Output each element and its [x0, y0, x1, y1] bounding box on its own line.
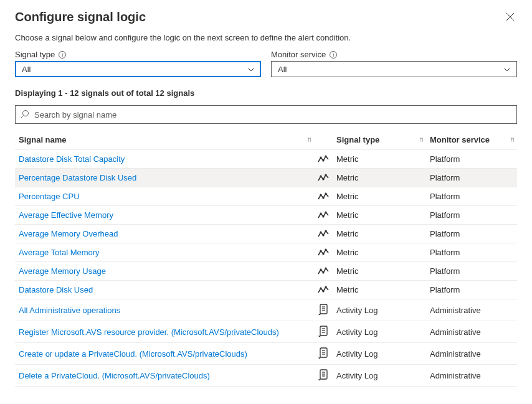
metric-icon	[314, 262, 333, 281]
column-monitor-service[interactable]: Monitor service ↑↓	[426, 130, 517, 150]
close-icon	[506, 12, 515, 21]
signal-link[interactable]: Average Effective Memory	[19, 210, 113, 220]
signal-link[interactable]: Datastore Disk Used	[19, 285, 93, 294]
activity-log-icon	[314, 299, 333, 321]
metric-icon	[314, 169, 333, 187]
signal-type-cell: Metric	[333, 262, 426, 281]
activity-log-icon	[314, 321, 333, 343]
column-signal-name[interactable]: Signal name ↑↓	[15, 130, 314, 150]
svg-point-6	[325, 155, 326, 157]
svg-point-20	[322, 253, 324, 255]
svg-point-23	[322, 271, 324, 273]
svg-point-14	[322, 215, 324, 217]
sort-icon: ↑↓	[307, 135, 310, 143]
signal-link[interactable]: Average Total Memory	[19, 248, 100, 257]
signal-link[interactable]: Create or update a PrivateCloud. (Micros…	[19, 349, 247, 359]
svg-point-25	[320, 287, 321, 289]
panel-title: Configure signal logic	[15, 10, 146, 24]
svg-point-5	[322, 159, 324, 161]
svg-point-16	[320, 231, 321, 233]
signal-type-cell: Metric	[333, 281, 426, 299]
metric-icon	[314, 281, 333, 299]
monitor-service-cell: Platform	[426, 281, 517, 299]
result-count: Displaying 1 - 12 signals out of total 1…	[15, 88, 517, 98]
svg-point-12	[325, 192, 326, 194]
chevron-down-icon	[504, 66, 510, 73]
monitor-service-cell: Administrative	[426, 321, 517, 343]
svg-point-10	[320, 194, 321, 195]
svg-point-15	[325, 211, 326, 213]
table-row[interactable]: Percentage Datastore Disk UsedMetricPlat…	[15, 169, 517, 187]
signal-type-cell: Activity Log	[333, 343, 426, 365]
signal-type-dropdown[interactable]: All	[15, 61, 261, 77]
signal-link[interactable]: Register Microsoft.AVS resource provider…	[19, 327, 279, 337]
signal-link[interactable]: Delete a PrivateCloud. (Microsoft.AVS/pr…	[19, 371, 210, 380]
monitor-service-cell: Administrative	[426, 343, 517, 365]
table-row[interactable]: Delete a PrivateCloud. (Microsoft.AVS/pr…	[15, 365, 517, 387]
table-row[interactable]: Average Memory UsageMetricPlatform	[15, 262, 517, 281]
monitor-service-label: Monitor service	[271, 50, 326, 59]
svg-point-17	[322, 234, 324, 236]
metric-icon	[314, 206, 333, 225]
table-row[interactable]: Register Microsoft.AVS resource provider…	[15, 321, 517, 343]
svg-point-21	[325, 248, 326, 250]
metric-icon	[314, 225, 333, 243]
svg-point-2	[23, 110, 29, 116]
metric-icon	[314, 150, 333, 169]
svg-point-24	[325, 267, 326, 269]
signal-link[interactable]: Percentage CPU	[19, 192, 80, 201]
table-row[interactable]: All Administrative operationsActivity Lo…	[15, 299, 517, 321]
svg-point-13	[320, 212, 321, 214]
table-row[interactable]: Average Effective MemoryMetricPlatform	[15, 206, 517, 225]
signal-type-cell: Metric	[333, 187, 426, 206]
signal-type-cell: Metric	[333, 169, 426, 187]
signal-link[interactable]: Percentage Datastore Disk Used	[19, 173, 136, 182]
info-icon[interactable]: i	[59, 51, 66, 59]
signal-link[interactable]: Datastore Disk Total Capacity	[19, 154, 125, 164]
monitor-service-cell: Platform	[426, 187, 517, 206]
monitor-service-dropdown[interactable]: All	[271, 61, 517, 77]
close-button[interactable]	[503, 10, 517, 26]
svg-point-26	[322, 290, 324, 292]
sort-icon: ↑↓	[510, 135, 513, 143]
monitor-service-cell: Administrative	[426, 365, 517, 387]
monitor-service-cell: Platform	[426, 206, 517, 225]
signal-type-cell: Metric	[333, 225, 426, 243]
monitor-service-value: All	[278, 65, 287, 74]
metric-icon	[314, 187, 333, 206]
monitor-service-cell: Platform	[426, 225, 517, 243]
table-row[interactable]: Average Total MemoryMetricPlatform	[15, 243, 517, 262]
signal-type-cell: Activity Log	[333, 299, 426, 321]
search-box[interactable]	[15, 105, 517, 124]
svg-point-4	[320, 156, 321, 158]
table-row[interactable]: Datastore Disk Total CapacityMetricPlatf…	[15, 150, 517, 169]
signal-type-cell: Metric	[333, 206, 426, 225]
table-row[interactable]: Create or update a PrivateCloud. (Micros…	[15, 343, 517, 365]
svg-point-9	[325, 174, 326, 176]
chevron-down-icon	[248, 66, 254, 73]
table-row[interactable]: Datastore Disk UsedMetricPlatform	[15, 281, 517, 299]
activity-log-icon	[314, 343, 333, 365]
signal-link[interactable]: All Administrative operations	[19, 306, 120, 315]
svg-point-11	[322, 197, 324, 199]
monitor-service-cell: Administrative	[426, 299, 517, 321]
activity-log-icon	[314, 365, 333, 387]
svg-point-19	[320, 250, 321, 251]
search-input[interactable]	[33, 110, 511, 120]
sort-icon: ↑↓	[419, 135, 422, 143]
info-icon[interactable]: i	[330, 51, 337, 59]
table-row[interactable]: Average Memory OverheadMetricPlatform	[15, 225, 517, 243]
panel-subtitle: Choose a signal below and configure the …	[15, 33, 517, 42]
signal-type-value: All	[22, 65, 31, 74]
monitor-service-cell: Platform	[426, 150, 517, 169]
signal-link[interactable]: Average Memory Usage	[19, 266, 106, 276]
signal-type-cell: Activity Log	[333, 365, 426, 387]
svg-point-8	[322, 178, 324, 180]
svg-point-18	[325, 230, 326, 232]
svg-point-7	[320, 175, 321, 177]
table-row[interactable]: Percentage CPUMetricPlatform	[15, 187, 517, 206]
signal-type-cell: Activity Log	[333, 321, 426, 343]
search-icon	[21, 110, 29, 120]
column-signal-type[interactable]: Signal type ↑↓	[333, 130, 426, 150]
signal-link[interactable]: Average Memory Overhead	[19, 229, 118, 238]
